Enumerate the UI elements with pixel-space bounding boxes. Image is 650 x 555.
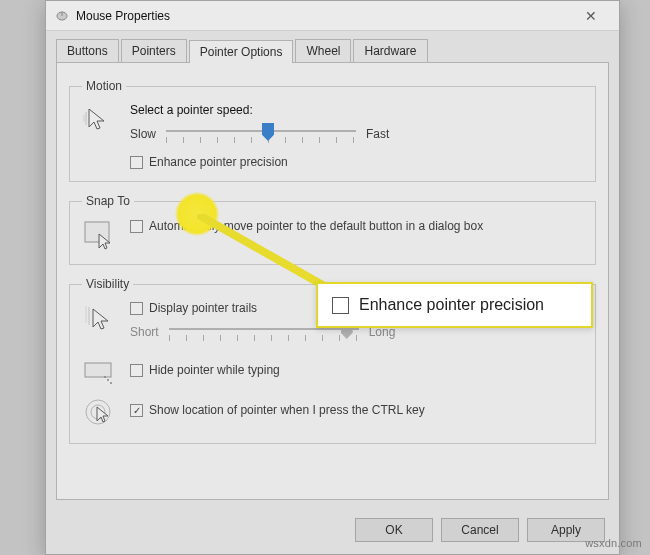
snap-to-checkbox[interactable] — [130, 220, 143, 233]
tab-wheel[interactable]: Wheel — [295, 39, 351, 62]
watermark: wsxdn.com — [585, 537, 642, 549]
tab-pointer-options[interactable]: Pointer Options — [189, 40, 294, 63]
tab-panel: Motion Select a pointer speed: Slow — [56, 62, 609, 500]
mouse-properties-window: Mouse Properties ✕ Buttons Pointers Poin… — [45, 0, 620, 555]
ctrl-locate-icon — [82, 397, 118, 431]
short-label: Short — [130, 325, 159, 339]
hide-typing-checkbox[interactable] — [130, 364, 143, 377]
snap-legend: Snap To — [82, 194, 134, 208]
mouse-icon — [54, 10, 70, 22]
tab-pointers[interactable]: Pointers — [121, 39, 187, 62]
svg-rect-3 — [85, 363, 111, 377]
tab-hardware[interactable]: Hardware — [353, 39, 427, 62]
pointer-trails-icon — [82, 301, 118, 335]
enhance-precision-checkbox[interactable] — [130, 156, 143, 169]
snap-to-group: Snap To Automatically move pointer to th… — [69, 194, 596, 265]
motion-legend: Motion — [82, 79, 126, 93]
svg-point-6 — [110, 382, 112, 384]
callout-checkbox[interactable] — [332, 297, 349, 314]
ctrl-locate-checkbox[interactable]: ✓ — [130, 404, 143, 417]
ok-button[interactable]: OK — [355, 518, 433, 542]
display-trails-checkbox[interactable] — [130, 302, 143, 315]
tab-strip: Buttons Pointers Pointer Options Wheel H… — [56, 39, 609, 63]
display-trails-label: Display pointer trails — [149, 301, 257, 315]
callout-box: Enhance pointer precision — [316, 282, 593, 328]
fast-label: Fast — [366, 127, 389, 141]
titlebar: Mouse Properties ✕ — [46, 1, 619, 31]
pointer-speed-slider[interactable] — [166, 123, 356, 145]
pointer-speed-icon — [82, 103, 118, 137]
enhance-precision-label: Enhance pointer precision — [149, 155, 288, 169]
highlight-spot — [175, 192, 219, 236]
tab-buttons[interactable]: Buttons — [56, 39, 119, 62]
callout-label: Enhance pointer precision — [359, 296, 544, 314]
svg-point-4 — [104, 376, 106, 378]
svg-point-5 — [107, 379, 109, 381]
close-button[interactable]: ✕ — [571, 8, 611, 24]
hide-typing-label: Hide pointer while typing — [149, 363, 280, 377]
speed-label: Select a pointer speed: — [130, 103, 583, 117]
snap-to-icon — [82, 218, 118, 252]
slow-label: Slow — [130, 127, 156, 141]
cancel-button[interactable]: Cancel — [441, 518, 519, 542]
ctrl-locate-label: Show location of pointer when I press th… — [149, 403, 425, 417]
window-title: Mouse Properties — [76, 9, 170, 23]
visibility-legend: Visibility — [82, 277, 133, 291]
dialog-buttons: OK Cancel Apply — [46, 510, 619, 550]
hide-typing-icon — [82, 359, 118, 387]
motion-group: Motion Select a pointer speed: Slow — [69, 79, 596, 182]
